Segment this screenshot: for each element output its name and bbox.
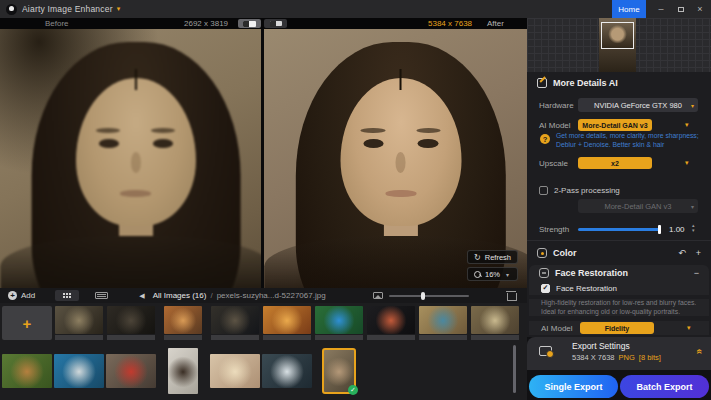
home-button[interactable]: Home <box>612 0 646 18</box>
face-restoration-checkbox[interactable]: ✓ <box>541 284 550 293</box>
color-expand-icon[interactable]: + <box>696 248 701 258</box>
face-model-label: AI Model <box>541 324 573 333</box>
delete-button[interactable] <box>507 291 515 300</box>
thumbnail-size-slider[interactable] <box>389 295 469 297</box>
navigator-viewport[interactable] <box>601 22 634 49</box>
thumbnail-image <box>106 354 156 388</box>
help-icon[interactable]: ? <box>540 134 550 144</box>
side-by-side-view-toggle[interactable] <box>264 19 287 28</box>
thumbnail-image <box>262 354 312 388</box>
color-icon <box>537 248 547 258</box>
after-image-panel[interactable]: ↻ Refresh 16% ▾ <box>264 29 527 288</box>
two-pass-checkbox[interactable] <box>539 186 548 195</box>
face-model-dropdown[interactable]: Fidelity <box>580 322 654 334</box>
back-button[interactable]: ◀ <box>139 292 144 300</box>
thumbnail-girl-portrait[interactable]: ✓ <box>314 345 364 397</box>
batch-export-button[interactable]: Batch Export <box>620 375 709 398</box>
grid-view-button[interactable] <box>55 290 79 301</box>
strength-row: Strength 1.00 ▴▾ <box>527 222 711 236</box>
side-by-side-view-icon <box>270 21 282 26</box>
thumbnail-size-icon <box>373 292 383 299</box>
thumbnail-add[interactable]: + <box>2 306 52 340</box>
maximize-icon <box>678 7 684 12</box>
thumbnail-snowy-trees[interactable] <box>262 345 312 397</box>
single-export-button[interactable]: Single Export <box>529 375 618 398</box>
navigator-panel[interactable] <box>527 18 711 72</box>
thumbnail-colorful-butterfly[interactable] <box>366 306 416 342</box>
thumbnail-image <box>471 306 519 334</box>
chevron-down-icon: ▾ <box>691 203 694 210</box>
thumbnail-row-1: + <box>2 306 520 342</box>
upscale-chevron-icon[interactable]: ▾ <box>685 159 689 167</box>
thumbnail-scrollbar[interactable] <box>513 345 516 393</box>
before-label: Before <box>45 19 69 28</box>
thumbnail-row-2: ✓ <box>2 345 364 397</box>
refresh-button[interactable]: ↻ Refresh <box>467 250 518 264</box>
upscale-dropdown[interactable]: x2 <box>578 157 652 169</box>
breadcrumb-all-images[interactable]: All Images (16) <box>153 291 207 300</box>
thumbnail-beach-painting[interactable] <box>418 306 468 342</box>
minimize-button[interactable]: – <box>653 0 669 18</box>
thumbnail-dark-mountains[interactable] <box>106 306 156 342</box>
thumbnail-orange-portrait[interactable] <box>262 306 312 342</box>
face-title: Face Restoration <box>555 268 628 278</box>
color-reset-icon[interactable]: ↶ <box>678 248 686 258</box>
thumbnail-sea-boat[interactable] <box>54 345 104 397</box>
thumbnail-moth-on-bark[interactable] <box>54 306 104 342</box>
refresh-icon: ↻ <box>474 253 481 262</box>
thumbnail-dark-lake[interactable] <box>210 306 260 342</box>
strength-slider[interactable] <box>578 228 660 231</box>
ai-model-dropdown[interactable]: More-Detail GAN v3 <box>578 119 652 131</box>
color-section-header[interactable]: Color ↶ + <box>527 245 711 261</box>
zoom-chevron-icon: ▾ <box>506 271 509 278</box>
hardware-label: Hardware <box>539 101 574 110</box>
thumbnail-image <box>164 306 202 334</box>
thumbnail-image <box>107 306 155 334</box>
hardware-row: Hardware NVIDIA GeForce GTX 980 ▾ <box>527 98 711 112</box>
thumbnail-street-truck[interactable] <box>106 345 156 397</box>
export-size: 5384 X 7638 <box>572 353 615 362</box>
thumbnail-caption-strip <box>367 335 415 340</box>
current-filename: pexels-suzyha...d-5227067.jpg <box>217 291 326 300</box>
thumbnail-children-vintage[interactable] <box>470 306 520 342</box>
export-info: 5384 X 7638 PNG [8 bits] <box>572 353 661 362</box>
add-image-icon: + <box>23 316 32 331</box>
thumbnail-image <box>315 306 363 334</box>
strength-slider-handle[interactable] <box>658 225 661 234</box>
thumbnail-cow-field[interactable] <box>2 345 52 397</box>
thumbnail-parrot[interactable] <box>314 306 364 342</box>
upscale-row: Upscale x2 ▾ <box>527 156 711 170</box>
strength-spinner[interactable]: ▴▾ <box>692 223 695 233</box>
app-menu-chevron-icon[interactable]: ▾ <box>117 5 121 13</box>
before-portrait <box>0 29 261 288</box>
divider <box>527 240 711 241</box>
maximize-button[interactable] <box>673 0 689 18</box>
export-format: PNG <box>619 353 635 362</box>
thumbnail-size-handle[interactable] <box>421 292 425 300</box>
export-settings-summary[interactable]: Export Settings 5384 X 7638 PNG [8 bits]… <box>527 337 711 370</box>
thumbnail-antler-figure[interactable] <box>158 345 208 397</box>
face-restoration-row: ✓ Face Restoration <box>529 281 709 295</box>
more-details-title: More Details AI <box>553 78 618 88</box>
thumbnail-balloons-vintage[interactable] <box>210 345 260 397</box>
add-button[interactable]: + Add <box>8 291 35 300</box>
thumbnail-caption-strip <box>164 335 202 340</box>
titlebar: Aiarty Image Enhancer ▾ Home – × <box>0 0 711 18</box>
split-view-toggle[interactable] <box>238 19 261 28</box>
close-button[interactable]: × <box>692 0 708 18</box>
hardware-dropdown[interactable]: NVIDIA GeForce GTX 980 ▾ <box>578 98 698 112</box>
list-view-button[interactable] <box>89 290 113 301</box>
face-restoration-label: Face Restoration <box>556 284 617 293</box>
zoom-control[interactable]: 16% ▾ <box>467 267 518 281</box>
export-settings-title: Export Settings <box>572 341 630 351</box>
ai-model-chevron-icon[interactable]: ▾ <box>685 121 689 129</box>
export-collapse-icon[interactable]: « <box>695 349 706 355</box>
upscale-value: x2 <box>611 160 619 167</box>
face-collapse-icon[interactable]: − <box>694 268 699 278</box>
two-pass-model-row: More-Detail GAN v3 ▾ <box>527 199 711 213</box>
thumbnail-caption-strip <box>211 335 259 340</box>
face-model-chevron-icon[interactable]: ▾ <box>687 324 691 332</box>
face-section-header[interactable]: Face Restoration − <box>529 265 709 281</box>
thumbnail-travel-collage[interactable] <box>158 306 208 342</box>
before-image-panel[interactable] <box>0 29 261 288</box>
